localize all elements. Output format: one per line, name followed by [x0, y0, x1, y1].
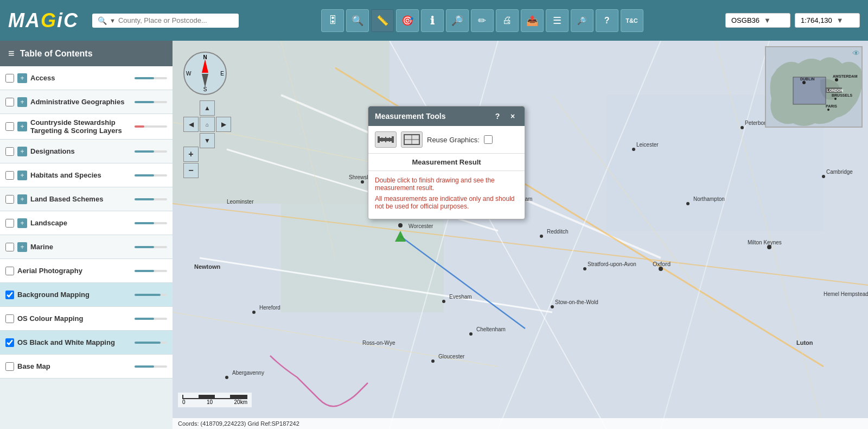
svg-point-30 [583, 267, 586, 270]
header: MAGiC 🔍 ▼ 🎛 🔍 📏 🎯 ℹ 🔎 ✏ 🖨 📤 ☰ 🔎 ? T&C OS… [0, 0, 868, 41]
layer-checkbox-land-schemes[interactable] [5, 195, 14, 204]
toc-header: ≡ Table of Contents [0, 41, 173, 66]
svg-point-36 [431, 359, 435, 363]
layer-checkbox-aerial[interactable] [5, 267, 14, 275]
layer-checkbox-marine[interactable] [5, 243, 14, 251]
svg-text:Oxford: Oxford [653, 261, 671, 267]
layer-opacity-cs-targeting[interactable] [135, 125, 167, 128]
layer-label-habitats: Habitats and Species [30, 171, 131, 179]
layer-list: +Access+Administrative Geographies+Count… [0, 66, 173, 378]
tool-info[interactable]: ℹ [421, 9, 444, 32]
coord-controls: OSGB36 ▼ 1:764,130 ▼ [725, 13, 860, 28]
nav-up-button[interactable]: ▲ [200, 100, 215, 116]
layer-item-designations: +Designations [0, 140, 173, 163]
layer-checkbox-access[interactable] [5, 74, 14, 83]
zoom-out-button[interactable]: − [183, 163, 199, 178]
layer-label-land-schemes: Land Based Schemes [30, 195, 131, 203]
svg-text:Hereford: Hereford [259, 305, 280, 311]
layer-expand-access[interactable]: + [17, 73, 27, 83]
svg-point-48 [741, 126, 744, 129]
svg-text:Newtown: Newtown [194, 263, 221, 270]
layer-checkbox-designations[interactable] [5, 147, 14, 156]
layer-opacity-habitats[interactable] [135, 174, 167, 176]
layer-checkbox-os-bw[interactable] [5, 338, 14, 347]
layer-opacity-landscape[interactable] [135, 222, 167, 224]
layer-opacity-access[interactable] [135, 77, 167, 79]
svg-text:Stow-on-the-Wold: Stow-on-the-Wold [555, 299, 598, 305]
tool-help[interactable]: ? [596, 9, 618, 32]
svg-rect-78 [385, 137, 386, 142]
compass-arrow-north [202, 59, 208, 73]
measure-area-button[interactable] [401, 131, 423, 148]
minimap-eye-icon[interactable]: 👁 [852, 49, 860, 58]
layer-opacity-base-map[interactable] [135, 365, 167, 368]
layer-expand-designations[interactable]: + [17, 147, 27, 156]
svg-point-28 [540, 235, 543, 238]
tool-search2[interactable]: 🔎 [571, 9, 593, 32]
toc-icon: ≡ [8, 47, 15, 60]
nav-buttons: ▲ ◀ ⌂ ▶ ▼ [183, 100, 231, 148]
layer-opacity-land-schemes[interactable] [135, 198, 167, 200]
tool-search[interactable]: 🔍 [346, 9, 369, 32]
svg-point-70 [834, 98, 837, 100]
reuse-graphics-label: Reuse Graphics: [427, 136, 480, 144]
layer-checkbox-landscape[interactable] [5, 219, 14, 228]
measurement-close-button[interactable]: × [507, 111, 518, 122]
tool-locate[interactable]: 🎯 [396, 9, 419, 32]
logo: MAGiC [8, 9, 79, 32]
layer-expand-habitats[interactable]: + [17, 171, 27, 180]
tool-draw[interactable]: ✏ [471, 9, 494, 32]
layer-opacity-os-colour[interactable] [135, 318, 167, 320]
reuse-graphics-checkbox[interactable] [484, 135, 493, 144]
layer-opacity-bg-mapping[interactable] [135, 294, 167, 296]
layer-expand-admin-geo[interactable]: + [17, 97, 27, 107]
layer-checkbox-bg-mapping[interactable] [5, 291, 14, 299]
measure-line-button[interactable] [375, 131, 397, 148]
layer-opacity-marine[interactable] [135, 246, 167, 248]
tool-layers[interactable]: 🎛 [321, 9, 344, 32]
layer-expand-cs-targeting[interactable]: + [17, 122, 27, 131]
svg-text:Stratford-upon-Avon: Stratford-upon-Avon [588, 261, 636, 267]
measurement-help-button[interactable]: ? [492, 111, 503, 122]
compass-arrow-south [202, 74, 208, 87]
nav-home-button[interactable]: ⌂ [200, 117, 215, 132]
svg-point-50 [822, 175, 825, 178]
layer-opacity-designations[interactable] [135, 150, 167, 153]
layer-checkbox-os-colour[interactable] [5, 314, 14, 323]
svg-text:Gloucester: Gloucester [438, 354, 465, 359]
map-container[interactable]: Worcester Shrewsbury Telford Birmingham … [173, 41, 868, 429]
tool-export[interactable]: 📤 [521, 9, 544, 32]
layer-checkbox-habitats[interactable] [5, 171, 14, 180]
tool-list[interactable]: ☰ [546, 9, 569, 32]
layer-expand-land-schemes[interactable]: + [17, 194, 27, 204]
zoom-in-button[interactable]: + [183, 147, 199, 162]
svg-point-22 [361, 180, 364, 184]
layer-expand-marine[interactable]: + [17, 242, 27, 252]
measurement-dialog: Measurement Tools ? × Reuse Graphics: [368, 106, 525, 219]
search-dropdown-icon[interactable]: ▼ [110, 17, 116, 24]
scale-dropdown-arrow: ▼ [837, 16, 844, 24]
svg-point-52 [252, 311, 256, 314]
nav-left-button[interactable]: ◀ [183, 117, 199, 132]
search-input[interactable] [118, 16, 227, 24]
layer-expand-landscape[interactable]: + [17, 218, 27, 228]
measurement-result-section: Measurement Result [368, 154, 525, 171]
crs-dropdown[interactable]: OSGB36 ▼ [725, 13, 790, 28]
tool-measure[interactable]: 📏 [371, 9, 394, 32]
svg-point-34 [469, 332, 473, 336]
layer-checkbox-cs-targeting[interactable] [5, 122, 14, 131]
layer-checkbox-base-map[interactable] [5, 362, 14, 371]
nav-right-button[interactable]: ▶ [216, 117, 231, 132]
search-bar[interactable]: 🔍 ▼ [92, 14, 239, 28]
tool-identify[interactable]: 🔎 [446, 9, 469, 32]
scale-dropdown[interactable]: 1:764,130 ▼ [795, 13, 860, 28]
layer-checkbox-admin-geo[interactable] [5, 98, 14, 106]
tool-tc[interactable]: T&C [621, 9, 643, 32]
layer-opacity-aerial[interactable] [135, 270, 167, 272]
layer-opacity-admin-geo[interactable] [135, 101, 167, 103]
tool-print[interactable]: 🖨 [496, 9, 519, 32]
layer-opacity-os-bw[interactable] [135, 342, 167, 344]
nav-down-button[interactable]: ▼ [200, 133, 215, 148]
layer-item-admin-geo: +Administrative Geographies [0, 90, 173, 114]
svg-rect-2 [281, 204, 444, 312]
